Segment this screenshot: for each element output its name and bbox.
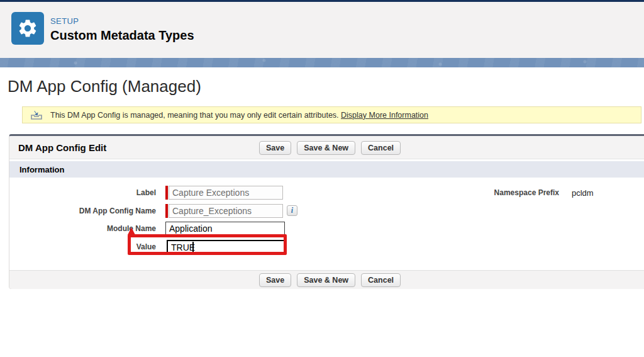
- module-name-field-input[interactable]: [165, 222, 285, 235]
- save-and-new-button[interactable]: Save & New: [297, 273, 355, 287]
- notice-text: This DM App Config is managed, meaning t…: [50, 111, 339, 120]
- value-field-label: Value: [9, 242, 156, 251]
- info-icon[interactable]: i: [287, 205, 297, 216]
- information-section-title: Information: [19, 165, 65, 174]
- decorative-texture-strip: [0, 58, 644, 67]
- api-name-field-input: [169, 204, 283, 218]
- field-row-module-name: Module Name: [9, 222, 644, 235]
- bottom-button-row: Save Save & New Cancel: [259, 273, 401, 287]
- setup-gear-tile: [11, 12, 44, 45]
- namespace-prefix-label: Namespace Prefix: [425, 188, 559, 197]
- field-row-api-name: DM App Config Name i: [9, 204, 644, 218]
- record-page-title: DM App Config (Managed): [8, 77, 201, 96]
- namespace-prefix-value: pcldm: [572, 188, 594, 198]
- required-indicator: [165, 186, 168, 200]
- label-field-input: [169, 186, 283, 200]
- field-row-label: Label Namespace Prefix pcldm: [9, 186, 644, 200]
- value-field-input[interactable]: [167, 240, 285, 255]
- setup-breadcrumb[interactable]: SETUP: [50, 16, 79, 26]
- api-name-field-label: DM App Config Name: [9, 207, 156, 215]
- edit-form-footer: Save Save & New Cancel: [9, 270, 644, 289]
- field-row-value: Value: [9, 240, 644, 254]
- cancel-button[interactable]: Cancel: [361, 141, 401, 155]
- required-indicator: [165, 204, 168, 218]
- save-button[interactable]: Save: [259, 273, 291, 287]
- managed-notice-banner: This DM App Config is managed, meaning t…: [22, 106, 641, 123]
- edit-form-title: DM App Config Edit: [18, 142, 106, 153]
- edit-form-panel: DM App Config Edit Save Save & New Cance…: [9, 134, 644, 289]
- setup-header: SETUP Custom Metadata Types: [0, 2, 644, 58]
- top-button-row: Save Save & New Cancel: [259, 141, 401, 155]
- module-name-field-label: Module Name: [9, 224, 156, 233]
- page-header-title: Custom Metadata Types: [50, 28, 194, 43]
- display-more-information-link[interactable]: Display More Information: [341, 111, 428, 120]
- label-field-label: Label: [9, 188, 156, 197]
- cancel-button[interactable]: Cancel: [361, 273, 401, 287]
- gear-icon: [17, 18, 38, 39]
- package-download-icon: [30, 110, 43, 120]
- save-button[interactable]: Save: [259, 141, 291, 155]
- save-and-new-button[interactable]: Save & New: [297, 141, 355, 155]
- text-cursor: [192, 242, 194, 253]
- information-section-header: Information: [9, 161, 644, 178]
- edit-form-header: DM App Config Edit Save Save & New Cance…: [9, 136, 644, 159]
